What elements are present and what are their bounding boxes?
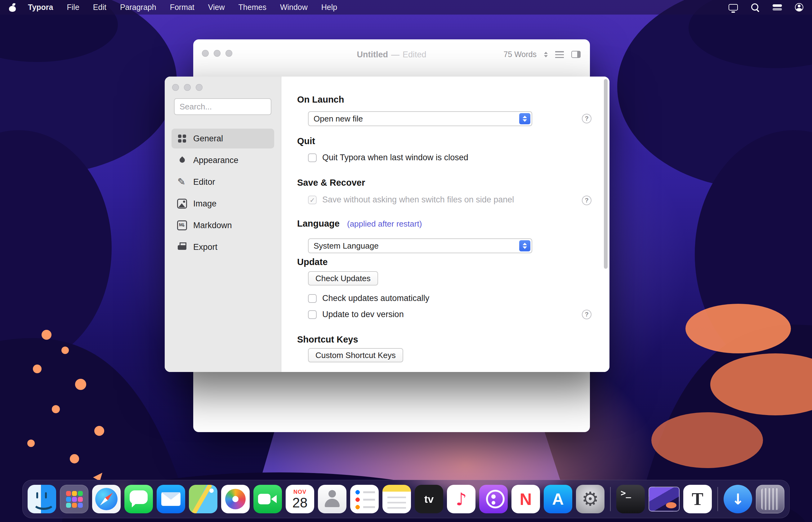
dock-item-tv[interactable]: tv: [415, 485, 443, 513]
sidebar-item-image[interactable]: Image: [172, 194, 274, 214]
control-center-icon[interactable]: [773, 4, 782, 11]
search-icon[interactable]: [751, 3, 759, 12]
apple-logo[interactable]: [9, 3, 16, 12]
on-launch-select-value: Open new file: [313, 114, 363, 124]
preferences-window: General Appearance Editor Image Markdown…: [165, 77, 610, 372]
dock-item-calendar[interactable]: NOV 28: [286, 485, 314, 513]
prefs-close-button[interactable]: [172, 84, 179, 91]
menu-item-view[interactable]: View: [201, 0, 232, 15]
document-title-text: Untitled: [357, 50, 388, 59]
sidebar-item-markdown[interactable]: Markdown: [172, 216, 274, 235]
dev-version-help-button[interactable]: ?: [582, 310, 592, 319]
quit-checkbox[interactable]: Quit Typora when last window is closed: [308, 153, 468, 162]
checkbox-label: Update to dev version: [322, 310, 404, 319]
language-heading-text: Language: [297, 219, 340, 229]
prefs-zoom-button[interactable]: [196, 84, 202, 91]
stepper-icon: [519, 113, 530, 124]
stepper-icon: [519, 240, 530, 252]
sidebar-item-general[interactable]: General: [172, 129, 274, 148]
menu-item-themes[interactable]: Themes: [232, 0, 273, 15]
on-launch-heading: On Launch: [297, 95, 344, 105]
dock-item-photos[interactable]: [221, 485, 250, 513]
dock-item-notes[interactable]: [383, 485, 411, 513]
checkbox-checked-icon: [308, 196, 317, 204]
dock-item-safari[interactable]: [92, 485, 121, 513]
sidebar-item-editor[interactable]: Editor: [172, 172, 274, 192]
markdown-icon: [177, 220, 187, 230]
image-icon: [177, 199, 187, 208]
menu-item-help[interactable]: Help: [314, 0, 344, 15]
auto-update-checkbox[interactable]: Check updates automatically: [308, 294, 429, 303]
on-launch-select[interactable]: Open new file: [308, 111, 532, 126]
dock-item-typora[interactable]: T: [683, 485, 712, 513]
prefs-minimize-button[interactable]: [184, 84, 191, 91]
dock-item-trash[interactable]: [756, 485, 785, 513]
title-dash: —: [391, 50, 400, 59]
dock-separator: [610, 487, 611, 511]
sidebar-item-label: Appearance: [193, 156, 238, 165]
checkbox-label: Save without asking when switch files on…: [322, 195, 514, 205]
menu-item-format[interactable]: Format: [163, 0, 201, 15]
dock-item-messages[interactable]: [124, 485, 153, 513]
menu-bar-status-icons: [729, 3, 803, 12]
sidebar-toggle-button[interactable]: [571, 51, 581, 58]
download-arrow-icon: ↓: [732, 490, 744, 508]
dock-item-maps[interactable]: [189, 485, 217, 513]
sidebar-item-label: Image: [193, 199, 216, 208]
dock-item-app-store[interactable]: A: [544, 485, 572, 513]
custom-shortcut-keys-button[interactable]: Custom Shortcut Keys: [308, 348, 403, 362]
menu-item-file[interactable]: File: [60, 0, 86, 15]
grid-icon: [177, 134, 187, 143]
document-toolbar: 75 Words: [503, 50, 581, 59]
save-without-asking-checkbox: Save without asking when switch files on…: [308, 195, 514, 205]
outline-toggle-button[interactable]: [555, 51, 564, 58]
dock-item-finder[interactable]: [27, 485, 56, 513]
on-launch-help-button[interactable]: ?: [582, 114, 592, 123]
dock-item-system-preferences[interactable]: ⚙: [576, 485, 604, 513]
dock-item-podcasts[interactable]: [479, 485, 508, 513]
quit-heading: Quit: [297, 136, 315, 146]
dock-item-screenshot-preview[interactable]: [649, 487, 680, 511]
dock-item-news[interactable]: N: [511, 485, 540, 513]
display-mirroring-icon[interactable]: [729, 4, 738, 11]
search-input[interactable]: [174, 98, 271, 115]
dev-version-checkbox[interactable]: Update to dev version: [308, 310, 404, 319]
dock-item-launchpad[interactable]: [60, 485, 89, 513]
dock-item-terminal[interactable]: >_: [616, 485, 645, 513]
preferences-content: On Launch Open new file ? Quit Quit Typo…: [281, 77, 610, 372]
sidebar-item-export[interactable]: Export: [172, 237, 274, 257]
tv-logo-glyph: tv: [424, 493, 433, 505]
menu-bar: Typora File Edit Paragraph Format View T…: [0, 0, 812, 15]
check-updates-button[interactable]: Check Updates: [308, 271, 378, 285]
language-select[interactable]: System Language: [308, 238, 532, 253]
dock-item-contacts[interactable]: [318, 485, 346, 513]
sidebar-item-label: General: [193, 134, 223, 143]
dock-item-downloads[interactable]: ↓: [723, 485, 752, 513]
sidebar-item-appearance[interactable]: Appearance: [172, 150, 274, 170]
preferences-scrollbar[interactable]: [604, 79, 607, 269]
typora-logo-glyph: T: [692, 489, 703, 509]
dock: NOV 28 tv ♪ N A ⚙ >_ T ↓: [22, 480, 790, 518]
language-heading: Language (applied after restart): [297, 219, 422, 229]
dock-item-reminders[interactable]: [350, 485, 379, 513]
menu-bar-left: Typora File Edit Paragraph Format View T…: [9, 0, 344, 15]
save-recover-help-button[interactable]: ?: [582, 196, 592, 205]
dock-item-mail[interactable]: [157, 485, 185, 513]
menu-item-typora[interactable]: Typora: [21, 0, 60, 15]
document-titlebar: Untitled—Edited 75 Words: [193, 39, 590, 68]
checkbox-icon: [308, 154, 317, 162]
word-count-stepper-icon[interactable]: [544, 52, 548, 57]
menu-item-window[interactable]: Window: [273, 0, 314, 15]
menu-item-edit[interactable]: Edit: [86, 0, 113, 15]
save-recover-heading: Save & Recover: [297, 178, 365, 188]
menu-item-paragraph[interactable]: Paragraph: [113, 0, 163, 15]
dock-item-music[interactable]: ♪: [447, 485, 476, 513]
app-store-logo-glyph: A: [552, 490, 564, 508]
dock-item-facetime[interactable]: [253, 485, 282, 513]
checkbox-icon: [308, 294, 317, 303]
language-select-value: System Language: [313, 241, 379, 251]
calendar-month-label: NOV: [293, 489, 306, 495]
sidebar-items: General Appearance Editor Image Markdown…: [172, 129, 274, 257]
user-account-icon[interactable]: [795, 3, 803, 12]
sidebar-item-label: Export: [193, 242, 217, 252]
